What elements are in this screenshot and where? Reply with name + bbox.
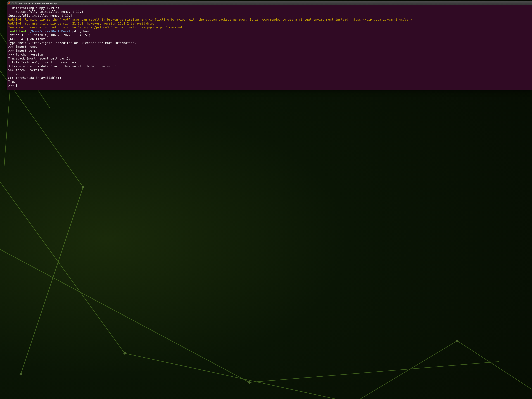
- svg-point-2: [124, 352, 126, 355]
- terminal-line: Type "help", "copyright", "credits" or "…: [8, 41, 531, 45]
- svg-point-1: [19, 373, 22, 375]
- terminal-text: [GCC 8.4.0] on linux: [8, 37, 45, 41]
- prompt-path: /home/mic-710ail/Desktop: [30, 30, 74, 33]
- terminal-line: Python 3.6.9 (default, Jun 29 2022, 11:4…: [8, 33, 531, 37]
- terminal-text: AttributeError: module 'torch' has no at…: [8, 64, 116, 68]
- terminal-cursor-icon: [16, 84, 17, 87]
- window-titlebar[interactable]: × – □ root@ubuntu: /home/mic-710ail/Desk…: [7, 1, 532, 5]
- terminal-line: [GCC 8.4.0] on linux: [8, 37, 531, 41]
- terminal-text: >>> import numpy: [8, 45, 38, 48]
- window-title: root@ubuntu: /home/mic-710ail/Desktop: [19, 2, 57, 5]
- terminal-line: >>> torch.__version__: [8, 68, 531, 72]
- terminal-line: File "<stdin>", line 1, in <module>: [8, 60, 531, 64]
- terminal-line: AttributeError: module 'torch' has no at…: [8, 64, 531, 68]
- text-cursor-icon: I: [108, 97, 110, 101]
- terminal-line: Traceback (most recent call last):: [8, 57, 531, 60]
- terminal-text: True: [8, 80, 16, 83]
- prompt-hash: #: [74, 30, 78, 33]
- terminal-line: Successfully uninstalled numpy-1.19.5: [8, 10, 531, 14]
- terminal-text: File "<stdin>", line 1, in <module>: [8, 61, 76, 64]
- terminal-line: >>>: [8, 84, 531, 88]
- terminal-text: >>> torch.__version__: [8, 68, 47, 72]
- python-prompt: >>>: [8, 84, 16, 87]
- terminal-line: >>> import numpy: [8, 45, 531, 49]
- prompt-user: root@ubuntu: [8, 30, 28, 33]
- terminal-line: >>> torch.cuda.is_available(): [8, 76, 531, 80]
- terminal-line: >>> import torch: [8, 49, 531, 53]
- terminal-line: Uninstalling numpy-1.19.5:: [8, 6, 531, 10]
- close-icon[interactable]: ×: [8, 2, 10, 4]
- terminal-line: >>> torch.__version: [8, 53, 531, 57]
- terminal-text: >>> import torch: [8, 49, 38, 52]
- terminal-line: WARNING: Running pip as the 'root' user …: [8, 18, 531, 21]
- terminal-text: Successfully installed numpy-1.19.4: [8, 14, 72, 17]
- terminal-text: WARNING: Running pip as the 'root' user …: [8, 18, 412, 21]
- terminal-line: You should consider upgrading via the '/…: [8, 25, 531, 29]
- terminal-line: '1.9.0': [8, 72, 531, 76]
- terminal-text: Traceback (most recent call last):: [8, 57, 70, 60]
- terminal-text: Uninstalling numpy-1.19.5:: [8, 6, 59, 10]
- terminal-text: WARNING: You are using pip version 21.3.…: [8, 22, 154, 25]
- terminal-line: Successfully installed numpy-1.19.4: [8, 14, 531, 18]
- terminal-text: >>> torch.cuda.is_available(): [8, 76, 61, 80]
- svg-point-4: [456, 340, 458, 342]
- terminal-line: True: [8, 80, 531, 84]
- terminal-text: >>> torch.__version: [8, 53, 43, 56]
- svg-point-0: [82, 186, 84, 188]
- maximize-icon[interactable]: □: [15, 2, 17, 4]
- svg-point-3: [248, 381, 251, 384]
- terminal-text: You should consider upgrading via the '/…: [8, 25, 184, 29]
- terminal-text: Python 3.6.9 (default, Jun 29 2022, 11:4…: [8, 33, 90, 37]
- terminal-window: × – □ root@ubuntu: /home/mic-710ail/Desk…: [7, 1, 532, 90]
- terminal-line: WARNING: You are using pip version 21.3.…: [8, 22, 531, 25]
- terminal-text: '1.9.0': [8, 72, 21, 76]
- minimize-icon[interactable]: –: [12, 2, 14, 4]
- terminal-text: Type "help", "copyright", "credits" or "…: [8, 41, 136, 44]
- terminal-line: root@ubuntu:/home/mic-710ail/Desktop# py…: [8, 29, 531, 33]
- command-text: python3: [78, 30, 90, 33]
- terminal-text: Successfully uninstalled numpy-1.19.5: [8, 10, 83, 13]
- prompt-sep: :: [28, 30, 30, 33]
- terminal-body[interactable]: Uninstalling numpy-1.19.5: Successfully …: [7, 5, 532, 90]
